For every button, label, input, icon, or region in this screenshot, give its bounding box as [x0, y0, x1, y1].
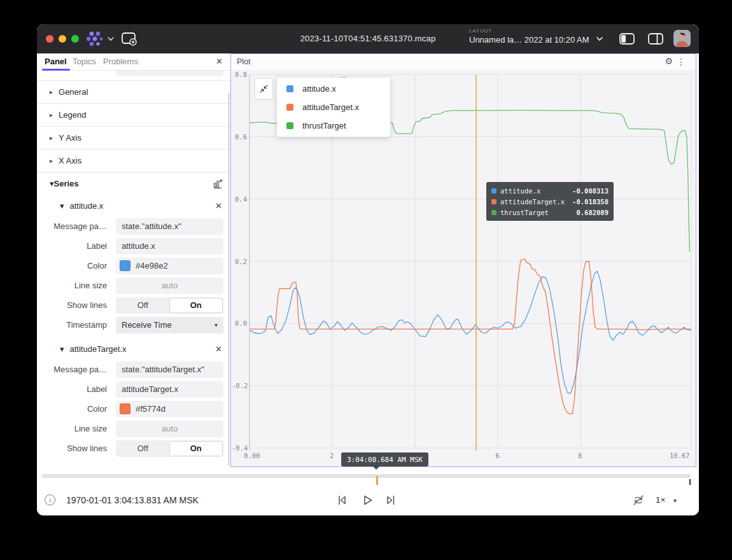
- seek-backward-button[interactable]: [334, 493, 349, 508]
- field-message-path: Message pa… state."attitude.x": [37, 216, 230, 236]
- section-x-axis[interactable]: ▸ X Axis: [37, 149, 230, 172]
- tab-problems[interactable]: Problems: [103, 57, 138, 66]
- color-picker[interactable]: #f5774d: [116, 401, 223, 417]
- legend-swatch: [286, 122, 293, 129]
- series-line-attitudeTarget.x: [250, 259, 691, 414]
- y-tick-label: -0.4: [232, 444, 247, 452]
- panel-title-input[interactable]: Plot: [116, 71, 223, 76]
- tab-panel[interactable]: Panel: [45, 57, 67, 66]
- tooltip-swatch: [491, 199, 496, 204]
- loop-disabled-icon[interactable]: [631, 493, 645, 507]
- line-size-label: Line size: [37, 424, 111, 433]
- field-timestamp: Timestamp Receive Time ▾: [37, 315, 230, 335]
- plot-chart-area[interactable]: attitude.x attitudeTarget.x thrustTarget…: [231, 70, 696, 466]
- title-bar: 2023-11-10T04:51:45.631370.mcap LAYOUT U…: [37, 24, 699, 53]
- sidebar-close-icon[interactable]: ✕: [216, 57, 223, 66]
- color-label: Color: [37, 404, 111, 414]
- show-lines-toggle[interactable]: Off On: [116, 440, 223, 457]
- message-path-input[interactable]: state."attitude.x": [116, 218, 223, 235]
- caret-right-icon: ▸: [50, 88, 53, 95]
- tooltip-value: 0.682089: [576, 209, 609, 216]
- y-tick-label: 0.8: [232, 71, 247, 78]
- line-size-input[interactable]: auto: [116, 277, 223, 294]
- section-legend[interactable]: ▸ Legend: [37, 103, 230, 126]
- play-button[interactable]: [360, 493, 375, 508]
- tooltip-row: attitudeTarget.x -0.018358: [491, 196, 609, 207]
- legend-item-attitude-x[interactable]: attitude.x: [277, 80, 390, 98]
- show-lines-toggle[interactable]: Off On: [116, 297, 223, 314]
- sidebar-scrollbar[interactable]: [228, 93, 230, 466]
- tooltip-series-label: attitudeTarget.x: [500, 198, 565, 206]
- show-lines-on[interactable]: On: [169, 298, 223, 313]
- current-timestamp: 1970-01-01 3:04:13.831 AM MSK: [66, 495, 199, 505]
- show-lines-off[interactable]: Off: [116, 298, 169, 313]
- label-input[interactable]: attitude.x: [116, 238, 223, 255]
- legend-item-attitude-target-x[interactable]: attitudeTarget.x: [277, 98, 390, 116]
- remove-series-icon[interactable]: ✕: [215, 344, 222, 354]
- legend-swatch: [286, 104, 293, 111]
- user-avatar[interactable]: [673, 30, 691, 47]
- field-line-size: Line size auto: [37, 276, 230, 295]
- section-general-label: General: [59, 87, 88, 97]
- legend-swatch: [286, 85, 293, 92]
- add-series-icon[interactable]: [212, 178, 223, 190]
- timestamp-select[interactable]: Receive Time ▾: [116, 317, 223, 333]
- tooltip-series-label: thrustTarget: [500, 209, 549, 216]
- right-sidebar-toggle-icon[interactable]: [648, 33, 663, 45]
- label-label: Label: [37, 241, 111, 251]
- gear-icon[interactable]: ⚙: [665, 56, 673, 66]
- show-lines-off[interactable]: Off: [116, 441, 169, 456]
- y-tick-label: -0.2: [232, 382, 247, 389]
- legend-item-thrust-target[interactable]: thrustTarget: [277, 116, 390, 135]
- x-tick-label: 8: [578, 452, 582, 459]
- speed-chevron-icon[interactable]: ▾: [673, 497, 677, 504]
- collapse-legend-button[interactable]: [255, 78, 273, 99]
- section-series[interactable]: ▾ Series: [37, 172, 230, 195]
- layout-selector[interactable]: LAYOUT Unnamed la… 2022 at 10:20 AM: [469, 28, 603, 45]
- seek-forward-button[interactable]: [383, 493, 398, 508]
- series-name: attitudeTarget.x: [70, 344, 127, 354]
- more-menu-icon[interactable]: ⋮: [677, 57, 686, 67]
- seek-bar[interactable]: [41, 474, 691, 478]
- series-attitude-target-x-header[interactable]: ▾ attitudeTarget.x ✕: [37, 338, 230, 360]
- section-y-axis[interactable]: ▸ Y Axis: [37, 126, 230, 149]
- section-y-axis-label: Y Axis: [59, 133, 81, 143]
- legend-label: attitudeTarget.x: [302, 102, 359, 112]
- message-path-input[interactable]: state."attitudeTarget.x": [116, 361, 223, 378]
- series-line-attitude.x: [250, 271, 691, 393]
- line-size-label: Line size: [37, 281, 111, 290]
- x-tick-label: 10.67: [670, 452, 690, 459]
- remove-series-icon[interactable]: ✕: [215, 201, 222, 211]
- x-tick-label: 2: [330, 452, 334, 459]
- tooltip-swatch: [491, 188, 496, 193]
- field-color: Color #f5774d: [37, 399, 230, 419]
- left-sidebar-toggle-icon[interactable]: [619, 33, 635, 45]
- legend-label: thrustTarget: [302, 121, 346, 130]
- label-input[interactable]: attitudeTarget.x: [116, 381, 223, 398]
- playback-speed[interactable]: 1×: [656, 495, 665, 505]
- show-lines-on[interactable]: On: [169, 441, 223, 456]
- line-size-input[interactable]: auto: [116, 421, 223, 437]
- caret-right-icon: ▸: [50, 157, 53, 164]
- caret-down-icon: ▾: [60, 201, 64, 211]
- series-attitude-x-header[interactable]: ▾ attitude.x ✕: [37, 195, 230, 216]
- info-icon[interactable]: i: [45, 494, 55, 505]
- playback-bar: i 1970-01-01 3:04:13.831 AM MSK 1× ▾: [37, 485, 699, 515]
- x-tick-label: 0.00: [244, 452, 260, 459]
- field-label: Label attitudeTarget.x: [37, 379, 230, 399]
- tooltip-value: -0.008313: [572, 187, 609, 195]
- clipped-title-row: Title Plot: [37, 71, 230, 80]
- field-color: Color #4e98e2: [37, 256, 230, 276]
- y-tick-label: 0.2: [232, 258, 247, 265]
- section-general[interactable]: ▸ General: [37, 80, 230, 103]
- plot-panel-header[interactable]: Plot ⚙ ⋮: [231, 54, 696, 70]
- tab-topics[interactable]: Topics: [73, 57, 96, 66]
- plot-hover-tooltip: attitude.x -0.008313 attitudeTarget.x -0…: [486, 182, 614, 221]
- layout-chevron-icon[interactable]: [596, 36, 603, 41]
- tooltip-pointer: [372, 466, 380, 470]
- field-label: Label attitude.x: [37, 236, 230, 256]
- show-lines-label: Show lines: [37, 444, 111, 453]
- message-path-label: Message pa…: [37, 221, 111, 231]
- tooltip-row: thrustTarget 0.682089: [491, 207, 609, 218]
- color-picker[interactable]: #4e98e2: [116, 258, 223, 274]
